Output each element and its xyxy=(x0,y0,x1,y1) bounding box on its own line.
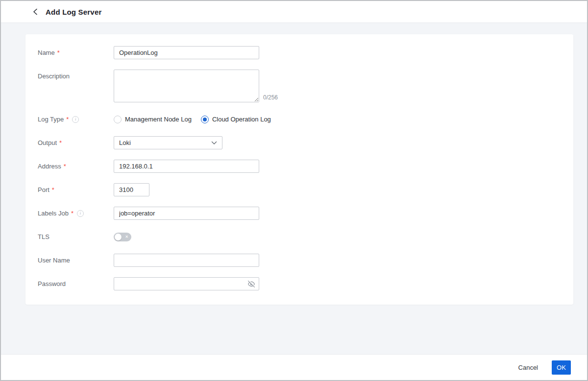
required-asterisk: * xyxy=(52,183,54,196)
info-icon[interactable]: i xyxy=(72,116,79,123)
log-type-radio-group: Management Node Log Cloud Operation Log xyxy=(114,113,271,126)
tls-label: TLS xyxy=(38,230,114,243)
form-row-address: Address * xyxy=(38,160,559,173)
name-label: Name * xyxy=(38,46,114,59)
user-name-input[interactable] xyxy=(114,254,259,267)
page-body: Name * Description 0/256 Log Type * i xyxy=(1,23,587,354)
chevron-left-icon xyxy=(32,8,38,15)
form-row-user-name: User Name xyxy=(38,254,559,267)
form-card: Name * Description 0/256 Log Type * i xyxy=(25,34,573,305)
back-button[interactable] xyxy=(31,8,39,16)
required-asterisk: * xyxy=(66,113,69,126)
user-name-label: User Name xyxy=(38,254,114,267)
form-row-description: Description 0/256 xyxy=(38,70,559,102)
form-row-tls: TLS ✕ xyxy=(38,230,559,243)
output-select-value: Loki xyxy=(119,139,131,146)
form-row-password: Password xyxy=(38,277,559,290)
output-label: Output * xyxy=(38,136,114,149)
form-row-name: Name * xyxy=(38,46,559,59)
radio-icon xyxy=(114,116,122,123)
description-textarea[interactable] xyxy=(114,70,259,102)
output-select[interactable]: Loki xyxy=(114,136,222,149)
name-input[interactable] xyxy=(114,46,259,59)
form-row-output: Output * Loki xyxy=(38,136,559,149)
ok-button[interactable]: OK xyxy=(552,360,571,375)
form-row-log-type: Log Type * i Management Node Log Cloud O… xyxy=(38,113,559,126)
required-asterisk: * xyxy=(57,46,60,59)
radio-management-node-log[interactable]: Management Node Log xyxy=(114,116,192,123)
chevron-down-icon xyxy=(211,141,217,145)
required-asterisk: * xyxy=(71,207,74,220)
toggle-off-icon: ✕ xyxy=(125,235,128,239)
form-row-labels-job: Labels Job * i xyxy=(38,207,559,220)
password-input[interactable] xyxy=(114,277,259,290)
password-label: Password xyxy=(38,277,114,290)
radio-icon xyxy=(201,116,209,123)
address-label: Address * xyxy=(38,160,114,173)
radio-cloud-operation-log[interactable]: Cloud Operation Log xyxy=(201,116,271,123)
required-asterisk: * xyxy=(59,136,62,149)
labels-job-input[interactable] xyxy=(114,207,259,220)
action-footer: Cancel OK xyxy=(1,354,587,380)
toggle-knob xyxy=(115,234,122,240)
char-counter: 0/256 xyxy=(263,94,278,101)
form-row-port: Port * xyxy=(38,183,559,196)
cancel-button[interactable]: Cancel xyxy=(517,361,539,374)
log-type-label: Log Type * i xyxy=(38,113,114,126)
port-input[interactable] xyxy=(114,183,149,196)
password-visibility-button[interactable] xyxy=(248,281,255,287)
info-icon[interactable]: i xyxy=(77,210,84,217)
description-label: Description xyxy=(38,70,114,83)
address-input[interactable] xyxy=(114,160,259,173)
page-header: Add Log Server xyxy=(1,1,587,23)
labels-job-label: Labels Job * i xyxy=(38,207,114,220)
eye-off-icon xyxy=(248,281,255,287)
page-title: Add Log Server xyxy=(46,8,102,16)
tls-toggle[interactable]: ✕ xyxy=(114,233,131,241)
required-asterisk: * xyxy=(64,160,66,173)
port-label: Port * xyxy=(38,183,114,196)
